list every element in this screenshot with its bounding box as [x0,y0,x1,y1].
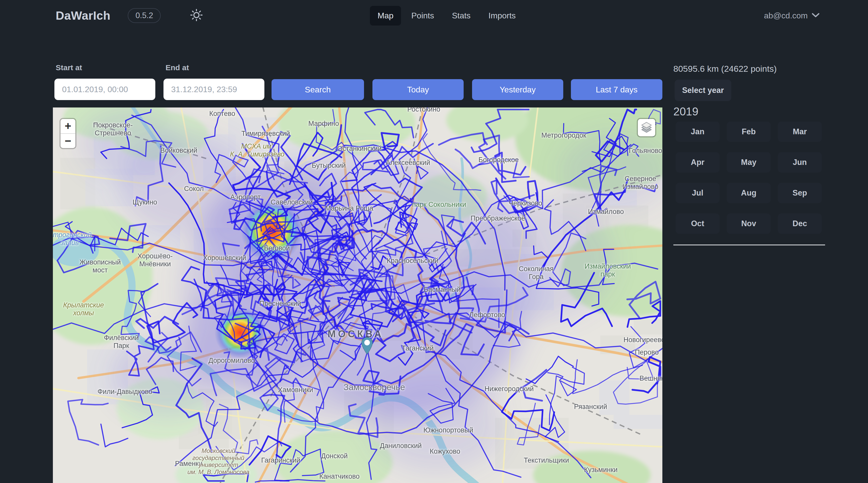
select-year-button[interactable]: Select year [675,79,731,101]
tab-map[interactable]: Map [370,6,401,26]
month-button-aug[interactable]: Aug [727,183,771,203]
account-menu[interactable]: ab@cd.com [764,11,819,21]
version-badge: 0.5.2 [128,8,161,23]
distance-points-stats: 80595.6 km (24622 points) [673,64,777,74]
today-button[interactable]: Today [372,79,464,100]
sidebar-divider [673,245,825,245]
month-button-jan[interactable]: Jan [676,122,720,142]
account-email: ab@cd.com [764,11,808,21]
month-button-jun[interactable]: Jun [778,152,822,172]
month-button-feb[interactable]: Feb [727,122,771,142]
zoom-out-button[interactable]: − [61,134,75,148]
map-marker-pin[interactable] [361,337,373,355]
tab-stats[interactable]: Stats [444,6,478,26]
month-button-mar[interactable]: Mar [778,122,822,142]
month-button-dec[interactable]: Dec [778,214,822,234]
app-logo[interactable]: DaWarIch [56,9,110,23]
tab-imports[interactable]: Imports [481,6,523,26]
layers-icon [641,121,652,134]
month-button-sep[interactable]: Sep [778,183,822,203]
month-button-oct[interactable]: Oct [676,214,720,234]
months-grid: Jan Feb Mar Apr May Jun Jul Aug Sep Oct … [676,122,822,234]
month-button-nov[interactable]: Nov [727,214,771,234]
sun-icon [189,8,204,24]
month-button-may[interactable]: May [727,152,771,172]
end-at-label: End at [165,63,189,72]
start-at-label: Start at [56,63,82,72]
search-button[interactable]: Search [272,79,364,100]
last-7-days-button[interactable]: Last 7 days [571,79,662,100]
month-button-jul[interactable]: Jul [676,183,720,203]
zoom-in-button[interactable]: + [61,119,75,133]
end-at-input[interactable] [163,78,265,100]
start-at-input[interactable] [54,78,155,100]
theme-toggle-button[interactable] [188,7,205,24]
main-nav: Map Points Stats Imports [370,0,523,31]
map-layers-button[interactable] [638,119,655,136]
map-tiles-layer [53,107,662,483]
year-heading: 2019 [673,105,699,118]
month-button-apr[interactable]: Apr [676,152,720,172]
map-zoom-control: + − [61,119,75,148]
map-canvas[interactable]: Покровское- СтрешневоКоптевоВойковскийТи… [53,107,662,483]
chevron-down-icon [812,13,819,19]
app-header: DaWarIch 0.5.2 Map Points Stats Imports … [0,0,868,31]
tab-points[interactable]: Points [404,6,442,26]
yesterday-button[interactable]: Yesterday [472,79,563,100]
